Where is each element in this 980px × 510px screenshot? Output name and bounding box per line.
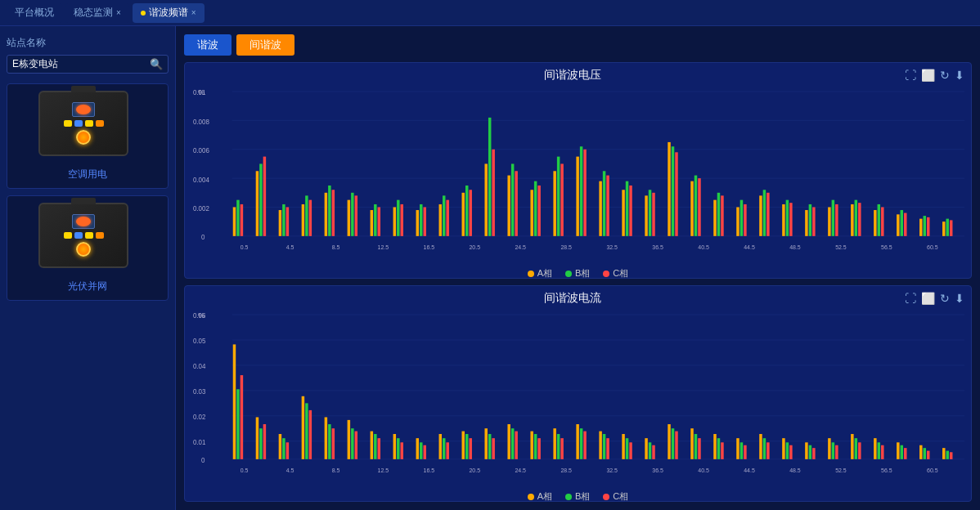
- svg-rect-28: [328, 186, 330, 236]
- svg-rect-54: [492, 150, 494, 236]
- svg-rect-160: [355, 432, 357, 459]
- device-card-pv[interactable]: 光伏并网: [7, 195, 169, 301]
- nav-tab-harmonic-close[interactable]: ×: [191, 8, 196, 17]
- icon-restore2[interactable]: ⬜: [921, 292, 935, 305]
- svg-rect-61: [537, 186, 540, 236]
- svg-rect-224: [782, 438, 784, 459]
- btn-harmonic[interactable]: 谐波: [184, 34, 232, 56]
- svg-rect-24: [302, 204, 304, 236]
- nav-tab-harmonic[interactable]: 谐波频谱 ×: [133, 3, 205, 23]
- svg-text:36.5: 36.5: [652, 244, 663, 251]
- device-image-ac: [38, 91, 137, 164]
- svg-rect-211: [695, 434, 697, 459]
- svg-rect-204: [649, 442, 651, 459]
- svg-rect-152: [305, 403, 308, 459]
- svg-text:20.5: 20.5: [470, 244, 481, 251]
- svg-rect-15: [241, 204, 243, 236]
- toolbar: 谐波 间谐波: [184, 34, 972, 56]
- svg-text:16.5: 16.5: [424, 244, 435, 251]
- svg-rect-116: [901, 210, 903, 236]
- svg-rect-63: [557, 157, 560, 236]
- icon-refresh2[interactable]: ↻: [940, 292, 950, 305]
- svg-rect-153: [309, 410, 312, 459]
- svg-rect-95: [763, 190, 766, 236]
- content-area: 谐波 间谐波 间谐波电压 ⛶ ⬜ ↻ ⬇ %: [176, 26, 980, 510]
- svg-rect-240: [881, 445, 883, 459]
- svg-rect-56: [511, 163, 514, 235]
- icon-fullscreen[interactable]: ⛶: [905, 69, 916, 82]
- svg-rect-173: [443, 438, 445, 459]
- svg-rect-212: [698, 438, 700, 459]
- svg-rect-73: [622, 190, 624, 236]
- svg-text:8.5: 8.5: [332, 244, 340, 251]
- svg-text:0.01: 0.01: [193, 88, 206, 97]
- svg-rect-244: [904, 448, 906, 459]
- svg-text:0.5: 0.5: [241, 467, 249, 474]
- svg-rect-113: [881, 207, 883, 235]
- legend2-dot-a: [528, 494, 534, 500]
- svg-rect-96: [766, 193, 769, 236]
- icon-restore[interactable]: ⬜: [921, 69, 935, 82]
- svg-rect-57: [515, 171, 517, 236]
- legend-label-c: C相: [613, 267, 628, 280]
- svg-rect-112: [878, 204, 880, 236]
- svg-text:52.5: 52.5: [835, 467, 847, 474]
- search-box: 🔍: [7, 55, 169, 74]
- svg-rect-18: [259, 163, 262, 235]
- svg-rect-101: [805, 210, 807, 236]
- svg-rect-209: [675, 432, 677, 459]
- svg-rect-90: [736, 207, 739, 235]
- svg-rect-45: [439, 204, 442, 236]
- svg-text:0.01: 0.01: [193, 438, 206, 447]
- svg-rect-154: [325, 417, 327, 459]
- svg-rect-251: [950, 452, 952, 459]
- device-card-ac[interactable]: 空调用电: [7, 83, 169, 189]
- svg-rect-165: [393, 434, 396, 459]
- svg-text:0.5: 0.5: [241, 244, 249, 251]
- nav-tab-steady-close[interactable]: ×: [116, 8, 121, 17]
- svg-rect-99: [789, 203, 792, 236]
- svg-rect-142: [241, 375, 243, 459]
- chart-current-legend: A相 B相 C相: [191, 490, 964, 503]
- search-input[interactable]: [12, 59, 150, 70]
- legend-c-phase: C相: [603, 267, 628, 280]
- svg-rect-29: [332, 190, 335, 236]
- svg-rect-245: [919, 445, 922, 459]
- svg-rect-222: [763, 438, 766, 459]
- svg-rect-52: [484, 163, 487, 235]
- svg-rect-64: [560, 163, 563, 235]
- svg-text:12.5: 12.5: [378, 467, 389, 474]
- svg-text:32.5: 32.5: [606, 244, 618, 251]
- svg-rect-20: [279, 210, 281, 236]
- svg-rect-110: [858, 203, 861, 236]
- svg-rect-214: [713, 434, 716, 459]
- svg-rect-19: [263, 157, 266, 236]
- svg-rect-69: [599, 181, 601, 236]
- device-name-ac: 空调用电: [68, 168, 107, 181]
- svg-text:4.5: 4.5: [286, 467, 294, 474]
- svg-rect-238: [874, 438, 876, 459]
- nav-tab-steady[interactable]: 稳态监测 ×: [65, 3, 129, 23]
- svg-rect-156: [332, 428, 335, 459]
- btn-inter-harmonic[interactable]: 间谐波: [236, 34, 294, 56]
- nav-tab-overview[interactable]: 平台概况: [7, 3, 62, 23]
- svg-rect-230: [812, 448, 815, 459]
- svg-rect-49: [465, 186, 468, 236]
- svg-rect-228: [805, 442, 807, 459]
- icon-fullscreen2[interactable]: ⛶: [905, 292, 916, 305]
- nav-tab-harmonic-label: 谐波频谱: [149, 6, 188, 20]
- svg-rect-111: [874, 210, 876, 236]
- svg-rect-177: [469, 438, 471, 459]
- search-icon[interactable]: 🔍: [150, 58, 163, 70]
- svg-rect-226: [789, 445, 792, 459]
- icon-refresh[interactable]: ↻: [940, 69, 950, 82]
- icon-download[interactable]: ⬇: [955, 69, 964, 82]
- icon-download2[interactable]: ⬇: [955, 292, 964, 305]
- svg-text:0.03: 0.03: [193, 387, 206, 396]
- svg-rect-169: [420, 442, 422, 459]
- svg-rect-218: [740, 442, 743, 459]
- legend2-dot-b: [565, 494, 572, 500]
- svg-rect-48: [462, 193, 465, 236]
- svg-rect-147: [279, 434, 281, 459]
- svg-rect-242: [897, 442, 899, 459]
